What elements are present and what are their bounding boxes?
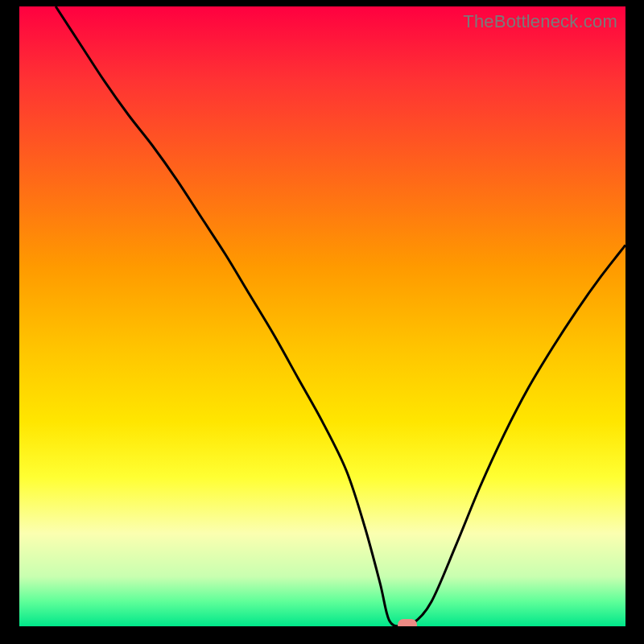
- optimum-marker: [398, 619, 417, 626]
- bottom-black-bar: [0, 626, 644, 644]
- chart-frame: TheBottleneck.com: [19, 6, 625, 626]
- plot-area: TheBottleneck.com: [19, 6, 625, 626]
- curve-layer: [19, 6, 625, 626]
- bottleneck-curve: [56, 6, 625, 626]
